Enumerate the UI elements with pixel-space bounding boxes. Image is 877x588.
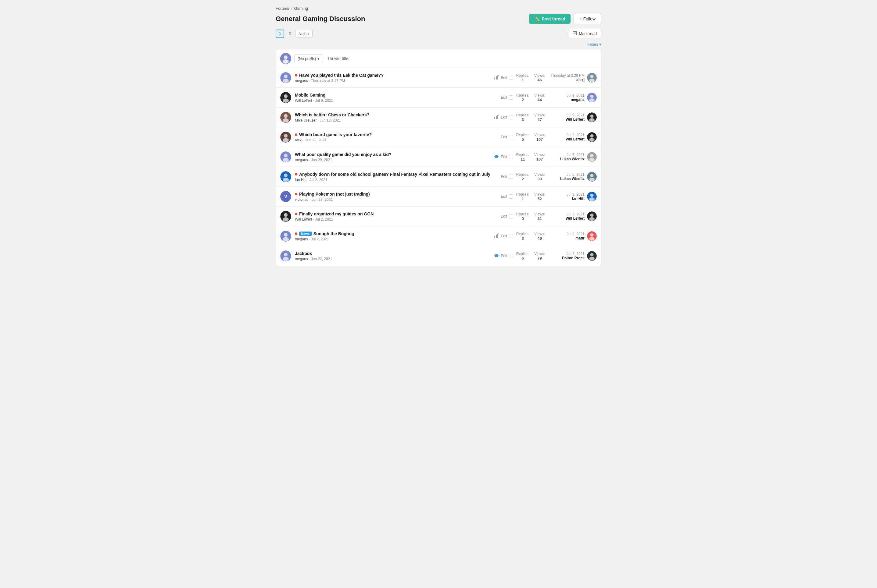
views-label: Views: bbox=[534, 93, 545, 98]
thread-info: Playing Pokemon (not just trading) victo… bbox=[295, 192, 497, 202]
last-reply-user[interactable]: megans bbox=[567, 98, 585, 102]
last-reply: Thursday at 3:29 PM alexj bbox=[548, 73, 597, 82]
breadcrumb-forums[interactable]: Forums bbox=[276, 6, 289, 10]
page-1-button[interactable]: 1 bbox=[276, 30, 284, 38]
last-reply-user[interactable]: Will Leffert bbox=[566, 137, 585, 141]
news-badge: News bbox=[299, 231, 311, 236]
edit-link[interactable]: Edit bbox=[501, 95, 507, 100]
thread-meta: megans · Jul 2, 2021 bbox=[295, 237, 490, 241]
thread-title[interactable]: Which is better: Chess or Checkers? bbox=[295, 112, 490, 117]
thread-title-input[interactable] bbox=[326, 54, 597, 63]
thread-stats: Replies: 1 Views: 46 bbox=[517, 74, 544, 82]
thread-author[interactable]: megans bbox=[295, 257, 308, 261]
filters-button[interactable]: Filters ▾ bbox=[588, 42, 601, 46]
edit-link[interactable]: Edit bbox=[501, 234, 507, 238]
replies-count: 1 bbox=[516, 196, 530, 201]
thread-author[interactable]: megans bbox=[295, 79, 308, 83]
last-reply-user[interactable]: Ian Hitt bbox=[567, 196, 585, 201]
svg-rect-23 bbox=[494, 117, 495, 119]
select-checkbox[interactable] bbox=[509, 254, 513, 258]
last-reply-user[interactable]: Lukas Wieditz bbox=[560, 177, 585, 181]
page-2-button[interactable]: 2 bbox=[286, 30, 294, 38]
replies-count: 2 bbox=[516, 177, 530, 181]
thread-title[interactable]: Have you played this Eek the Cat game?? bbox=[295, 73, 490, 78]
thread-meta: megans · Jun 29, 2021 bbox=[295, 158, 490, 162]
last-reply: Jul 2, 2021 Will Leffert bbox=[548, 212, 597, 221]
last-reply-user[interactable]: Dalton Prock bbox=[562, 256, 585, 260]
edit-link[interactable]: Edit bbox=[501, 115, 507, 119]
pencil-icon: ✏️ bbox=[534, 16, 540, 21]
thread-title[interactable]: News Sonugh the Boghog bbox=[295, 231, 490, 236]
mark-read-button[interactable]: Mark read bbox=[568, 29, 601, 38]
svg-point-15 bbox=[284, 94, 287, 98]
thread-author[interactable]: alexj bbox=[295, 138, 302, 142]
thread-author[interactable]: megans bbox=[295, 237, 308, 241]
thread-meta: Will Leffert · Jul 2, 2021 bbox=[295, 217, 497, 222]
thread-list: (No prefix) ▾ Have you played this Eek t… bbox=[276, 49, 601, 266]
page-header: General Gaming Discussion ✏️ Post thread… bbox=[276, 14, 601, 24]
svg-point-6 bbox=[283, 79, 289, 83]
select-checkbox[interactable] bbox=[509, 155, 513, 159]
last-reply-info: Thursday at 3:29 PM alexj bbox=[551, 74, 585, 82]
last-reply-user[interactable]: Will Leffert bbox=[566, 117, 585, 122]
svg-rect-63 bbox=[494, 236, 495, 238]
last-reply: Jul 2, 2021 mattr bbox=[548, 231, 597, 241]
edit-link[interactable]: Edit bbox=[501, 194, 507, 199]
select-checkbox[interactable] bbox=[509, 115, 513, 119]
last-reply-user[interactable]: Will Leffert bbox=[566, 216, 585, 220]
edit-link[interactable]: Edit bbox=[501, 155, 507, 159]
select-checkbox[interactable] bbox=[509, 234, 513, 238]
svg-point-62 bbox=[283, 237, 289, 241]
avatar bbox=[280, 211, 291, 222]
thread-author[interactable]: Ian Hitt bbox=[295, 178, 307, 182]
edit-link[interactable]: Edit bbox=[501, 135, 507, 139]
thread-title[interactable]: Jackbox bbox=[295, 251, 490, 256]
svg-point-52 bbox=[590, 194, 594, 197]
thread-title[interactable]: What poor quality game did you enjoy as … bbox=[295, 152, 490, 157]
chart-icon bbox=[494, 75, 499, 81]
thread-title[interactable]: Mobile Gaming bbox=[295, 93, 497, 98]
thread-author[interactable]: Will Leffert bbox=[295, 217, 312, 222]
svg-point-77 bbox=[590, 253, 594, 256]
last-reply-info: Jul 5, 2021 Lukas Wieditz bbox=[560, 153, 585, 161]
thread-title[interactable]: Anybody down for some old school games? … bbox=[295, 172, 497, 177]
new-thread-row: (No prefix) ▾ bbox=[276, 50, 601, 68]
select-checkbox[interactable] bbox=[509, 135, 513, 139]
thread-author[interactable]: megans bbox=[295, 158, 308, 162]
last-reply-user[interactable]: Lukas Wieditz bbox=[560, 157, 585, 161]
edit-link[interactable]: Edit bbox=[501, 175, 507, 179]
thread-actions: Edit bbox=[501, 135, 513, 139]
edit-link[interactable]: Edit bbox=[501, 75, 507, 80]
next-page-button[interactable]: Next › bbox=[295, 30, 313, 38]
edit-link[interactable]: Edit bbox=[501, 214, 507, 219]
select-checkbox[interactable] bbox=[509, 194, 513, 199]
thread-author[interactable]: victoriad bbox=[295, 197, 308, 202]
replies-label: Replies: bbox=[516, 232, 530, 236]
last-reply-user[interactable]: alexj bbox=[551, 78, 585, 82]
thread-actions: Edit bbox=[494, 75, 513, 81]
last-reply: Jul 9, 2021 Will Leffert bbox=[548, 132, 597, 142]
select-checkbox[interactable] bbox=[509, 214, 513, 219]
views-label: Views: bbox=[534, 252, 545, 256]
select-checkbox[interactable] bbox=[509, 175, 513, 179]
svg-point-16 bbox=[283, 98, 289, 103]
views-label: Views: bbox=[534, 153, 545, 157]
thread-author[interactable]: Will Leffert bbox=[295, 98, 312, 103]
thread-stats: Replies: 6 Views: 79 bbox=[517, 252, 544, 261]
last-reply-user[interactable]: mattr bbox=[567, 236, 585, 240]
edit-link[interactable]: Edit bbox=[501, 254, 507, 258]
select-checkbox[interactable] bbox=[509, 95, 513, 100]
follow-button[interactable]: + Follow bbox=[573, 14, 601, 24]
thread-title[interactable]: Finally organized my guides on GGN bbox=[295, 212, 497, 216]
avatar bbox=[280, 112, 291, 123]
thread-title[interactable]: Playing Pokemon (not just trading) bbox=[295, 192, 497, 196]
post-thread-button[interactable]: ✏️ Post thread bbox=[529, 14, 570, 24]
thread-actions: Edit bbox=[501, 194, 513, 199]
thread-title[interactable]: Which board game is your favorite? bbox=[295, 132, 497, 137]
prefix-select[interactable]: (No prefix) ▾ bbox=[294, 54, 323, 63]
thread-author[interactable]: Mike Creuzer bbox=[295, 118, 316, 123]
thread-meta: victoriad · Jun 23, 2021 bbox=[295, 197, 497, 202]
select-checkbox[interactable] bbox=[509, 75, 513, 80]
table-row: What poor quality game did you enjoy as … bbox=[276, 147, 601, 167]
views-count: 31 bbox=[534, 216, 545, 221]
